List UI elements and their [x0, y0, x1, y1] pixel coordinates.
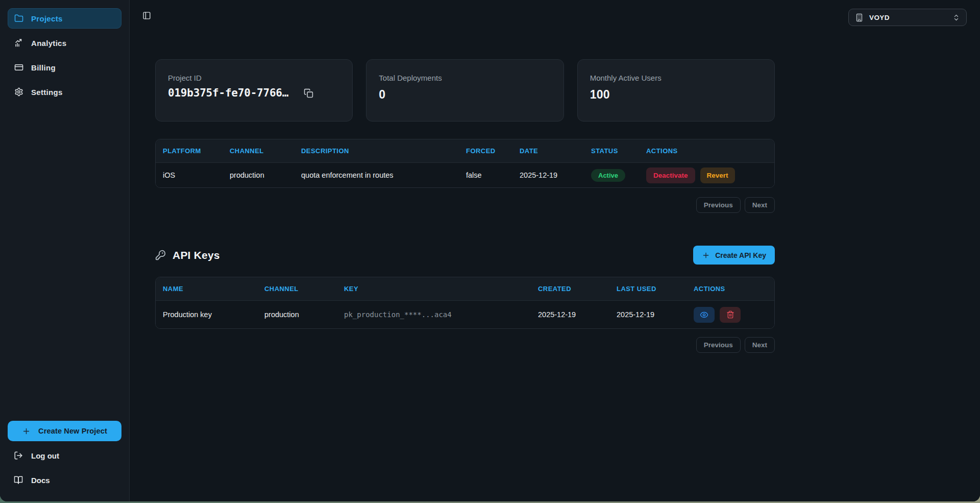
docs-label: Docs — [31, 476, 50, 485]
deactivate-button[interactable]: Deactivate — [646, 167, 695, 183]
stat-card-monthly-active-users: Monthly Active Users 100 — [577, 59, 775, 122]
sidebar-toggle-button[interactable] — [140, 9, 153, 21]
api-keys-table: NAME CHANNEL KEY CREATED LAST USED ACTIO… — [155, 277, 775, 329]
api-keys-title: API Keys — [173, 249, 220, 261]
eye-icon — [700, 310, 708, 319]
column-header-forced: FORCED — [459, 147, 512, 155]
create-new-project-label: Create New Project — [38, 427, 107, 435]
api-keys-pagination: Previous Next — [155, 337, 775, 353]
stat-cards: Project ID 019b375f-fe70-7766… Total Dep… — [155, 59, 775, 122]
column-header-actions: ACTIONS — [639, 147, 774, 155]
sidebar-item-settings[interactable]: Settings — [8, 82, 121, 102]
revert-button[interactable]: Revert — [700, 167, 735, 183]
deployments-table-body: iOS production quota enforcement in rout… — [156, 163, 774, 187]
cell-status: Active — [584, 169, 639, 182]
create-api-key-button[interactable]: Create API Key — [693, 246, 775, 265]
previous-page-button[interactable]: Previous — [696, 337, 741, 353]
create-api-key-label: Create API Key — [715, 251, 766, 259]
column-header-platform: PLATFORM — [156, 147, 223, 155]
sidebar-item-analytics[interactable]: Analytics — [8, 33, 121, 53]
sidebar-item-label: Billing — [31, 63, 56, 72]
table-row: Production key production pk_production_… — [156, 301, 774, 328]
column-header-channel: CHANNEL — [223, 147, 294, 155]
cell-actions: Deactivate Revert — [639, 167, 774, 183]
next-page-button[interactable]: Next — [745, 197, 775, 213]
app-window: Projects Analytics Billing Settings C — [0, 0, 980, 501]
view-key-button[interactable] — [694, 307, 715, 323]
plus-icon — [702, 251, 710, 259]
cell-last-used: 2025-12-19 — [609, 310, 687, 319]
sidebar-item-billing[interactable]: Billing — [8, 57, 121, 78]
cell-channel: production — [257, 310, 337, 319]
previous-page-button[interactable]: Previous — [696, 197, 741, 213]
cell-platform: iOS — [156, 171, 223, 179]
logout-label: Log out — [31, 451, 59, 460]
docs-book-icon — [14, 475, 23, 485]
column-header-key: KEY — [337, 285, 531, 293]
cell-key: pk_production_****...aca4 — [337, 310, 531, 319]
analytics-chart-icon — [14, 38, 23, 47]
cell-created: 2025-12-19 — [531, 310, 609, 319]
column-header-status: STATUS — [584, 147, 639, 155]
copy-project-id-button[interactable] — [304, 88, 313, 98]
plus-icon — [22, 427, 31, 436]
deployments-pagination: Previous Next — [155, 197, 775, 213]
column-header-last-used: LAST USED — [609, 285, 687, 293]
stat-card-project-id: Project ID 019b375f-fe70-7766… — [155, 59, 353, 122]
credit-card-icon — [14, 63, 23, 72]
cell-forced: false — [459, 171, 512, 179]
logout-icon — [14, 451, 23, 460]
column-header-channel: CHANNEL — [257, 285, 337, 293]
org-select[interactable]: VOYD — [848, 9, 967, 26]
column-header-actions: ACTIONS — [687, 285, 774, 293]
column-header-date: DATE — [512, 147, 584, 155]
status-badge: Active — [591, 169, 625, 182]
deployments-table: PLATFORM CHANNEL DESCRIPTION FORCED DATE… — [155, 139, 775, 188]
sidebar: Projects Analytics Billing Settings C — [0, 0, 130, 501]
api-keys-table-header: NAME CHANNEL KEY CREATED LAST USED ACTIO… — [156, 277, 774, 301]
column-header-description: DESCRIPTION — [294, 147, 459, 155]
folder-icon — [14, 14, 23, 23]
deployments-table-header: PLATFORM CHANNEL DESCRIPTION FORCED DATE… — [156, 139, 774, 163]
cell-name: Production key — [156, 310, 257, 319]
column-header-name: NAME — [156, 285, 257, 293]
stat-label: Total Deployments — [379, 74, 551, 82]
sidebar-item-projects[interactable]: Projects — [8, 8, 121, 29]
cell-channel: production — [223, 171, 294, 179]
chevrons-up-down-icon — [952, 14, 960, 21]
api-keys-header: API Keys Create API Key — [155, 246, 775, 265]
cell-actions — [687, 307, 774, 323]
topbar: VOYD — [130, 0, 980, 29]
org-label: VOYD — [869, 14, 947, 21]
key-icon — [155, 250, 166, 260]
table-row: iOS production quota enforcement in rout… — [156, 163, 774, 187]
content: Project ID 019b375f-fe70-7766… Total Dep… — [155, 59, 775, 353]
create-new-project-button[interactable]: Create New Project — [8, 421, 121, 441]
building-icon — [855, 13, 864, 22]
project-id-value: 019b375f-fe70-7766… — [168, 87, 288, 99]
cell-description: quota enforcement in routes — [294, 171, 459, 179]
next-page-button[interactable]: Next — [745, 337, 775, 353]
stat-value: 0 — [379, 88, 551, 102]
sidebar-spacer — [8, 106, 121, 421]
api-keys-table-body: Production key production pk_production_… — [156, 301, 774, 328]
sidebar-item-label: Settings — [31, 88, 63, 97]
copy-icon — [304, 88, 313, 98]
panel-left-icon — [142, 11, 151, 20]
stat-label: Monthly Active Users — [590, 74, 762, 82]
gear-icon — [14, 87, 23, 97]
stat-card-total-deployments: Total Deployments 0 — [366, 59, 564, 122]
trash-icon — [726, 310, 734, 319]
cell-date: 2025-12-19 — [512, 171, 584, 179]
stat-value: 100 — [590, 88, 762, 102]
docs-link[interactable]: Docs — [8, 470, 121, 490]
stat-label: Project ID — [168, 74, 340, 82]
sidebar-item-label: Projects — [31, 14, 63, 23]
sidebar-item-label: Analytics — [31, 39, 66, 47]
column-header-created: CREATED — [531, 285, 609, 293]
main-area: VOYD Project ID 019b375f-fe70-7766… — [130, 0, 980, 501]
delete-key-button[interactable] — [720, 307, 741, 323]
logout-button[interactable]: Log out — [8, 445, 121, 466]
